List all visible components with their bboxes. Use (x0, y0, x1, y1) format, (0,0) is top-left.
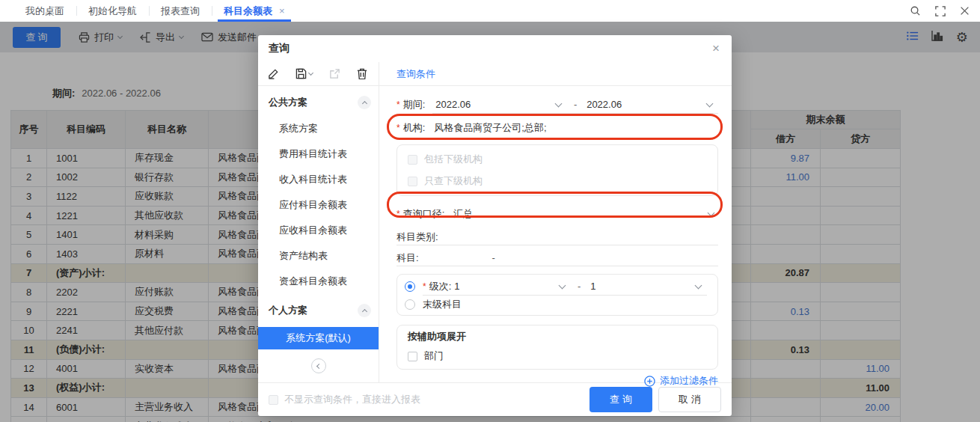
only-suborg-label: 只查下级机构 (424, 174, 483, 188)
dialog-query-button[interactable]: 查询 (589, 387, 652, 412)
scheme-sidebar: 公共方案系统方案费用科目统计表收入科目统计表应付科目余额表应收科目余额表资产结构… (258, 86, 379, 382)
add-filter-link[interactable]: 添加过滤条件 (396, 374, 718, 388)
dialog-header: 查询 × (258, 35, 732, 62)
caliber-row[interactable]: 查询口径: 汇总 (396, 205, 718, 223)
dialog-toolbar: 查询条件 (258, 62, 732, 86)
search-icon[interactable] (910, 5, 921, 16)
save-floppy-icon[interactable] (295, 68, 313, 79)
only-suborg-option: 只查下级机构 (408, 174, 707, 188)
tab-label: 初始化导航 (88, 4, 137, 18)
plus-circle-icon (644, 376, 655, 387)
level-options-box: 级次: 1 - 1 末级科目 (396, 274, 718, 316)
aux-expand-title: 按辅助项展开 (408, 330, 707, 343)
tab-科目余额表[interactable]: 科目余额表× (212, 0, 297, 22)
save-dropdown-chevron-icon (308, 70, 313, 75)
chevron-down-icon (708, 210, 715, 217)
range-dash: - (567, 99, 584, 110)
chevron-left-icon (316, 363, 322, 368)
chevron-up-icon (361, 309, 367, 314)
app-screen: 我的桌面初始化导航报表查询科目余额表× 查询 打印导出发送邮件 ⚙ 期间:202… (0, 0, 980, 422)
scheme-item-系统方案[interactable]: 系统方案 (258, 116, 379, 141)
tab-label: 报表查询 (161, 4, 200, 18)
leaf-label: 末级科目 (423, 298, 462, 311)
account-range-dash: - (419, 252, 569, 263)
query-dialog: 查询 × 查询条件 公共方 (258, 35, 732, 416)
dept-option: 部门 (408, 349, 707, 363)
edit-pencil-icon[interactable] (268, 68, 279, 79)
org-field-label: 机构: (396, 121, 425, 135)
scheme-group-title: 个人方案 (269, 304, 307, 317)
dept-label: 部门 (424, 349, 444, 363)
period-field-label: 期间: (396, 98, 425, 111)
period-from-select[interactable]: 2022.06 (432, 99, 567, 110)
dept-checkbox[interactable] (408, 352, 417, 361)
chevron-down-icon (555, 100, 563, 107)
aux-expand-box: 按辅助项展开 部门 (396, 325, 718, 370)
chevron-up-icon (361, 101, 367, 106)
skip-conditions-label: 不显示查询条件，直接进入报表 (284, 393, 420, 406)
scheme-item-应收科目余额表[interactable]: 应收科目余额表 (258, 218, 379, 243)
account-field-label: 科目: (396, 251, 419, 265)
level-field-label: 级次: (423, 280, 451, 293)
close-window-icon[interactable] (960, 6, 970, 16)
query-conditions-title: 查询条件 (396, 62, 435, 85)
category-field-label: 科目类别: (396, 230, 438, 244)
include-suborg-label: 包括下级机构 (424, 153, 483, 166)
chevron-down-icon (559, 281, 566, 289)
org-field-value: 风格食品商贸子公司;总部; (434, 121, 546, 135)
scheme-item-资金科目余额表[interactable]: 资金科目余额表 (258, 269, 379, 294)
level-option-row: 级次: 1 - 1 (405, 278, 707, 296)
collapse-chevron-up-icon[interactable] (358, 304, 371, 317)
scheme-actions (258, 62, 379, 85)
level-from-select[interactable]: 1 (451, 281, 571, 292)
window-icons (910, 0, 970, 22)
fullscreen-icon[interactable] (935, 6, 946, 16)
dialog-cancel-button[interactable]: 取消 (658, 387, 721, 412)
period-row: 期间: 2022.06 - 2022.06 (396, 97, 718, 113)
include-suborg-option: 包括下级机构 (408, 153, 707, 166)
skip-conditions-checkbox[interactable] (269, 395, 278, 405)
query-form: 期间: 2022.06 - 2022.06 机构: 风格食品商贸子公司;总部; (379, 86, 732, 382)
include-suborg-checkbox (408, 155, 417, 165)
dialog-close-icon[interactable]: × (712, 42, 720, 55)
tab-bar: 我的桌面初始化导航报表查询科目余额表× (0, 0, 980, 22)
level-radio[interactable] (405, 281, 415, 292)
level-to-select[interactable]: 1 (587, 281, 707, 292)
chevron-down-icon (695, 281, 702, 289)
tab-我的桌面[interactable]: 我的桌面 (13, 0, 76, 22)
scheme-group-公共方案[interactable]: 公共方案 (258, 86, 379, 110)
level-range-dash: - (571, 281, 587, 292)
scheme-item-收入科目统计表[interactable]: 收入科目统计表 (258, 167, 379, 192)
tab-label: 科目余额表 (224, 4, 272, 18)
period-to-select[interactable]: 2022.06 (584, 99, 718, 110)
scheme-item-费用科目统计表[interactable]: 费用科目统计表 (258, 141, 379, 167)
scheme-group-title: 公共方案 (269, 96, 307, 109)
collapse-chevron-up-icon[interactable] (358, 96, 371, 109)
caliber-field-label: 查询口径: (396, 207, 444, 221)
tab-close-icon[interactable]: × (279, 5, 285, 16)
scheme-list: 系统方案费用科目统计表收入科目统计表应付科目余额表应收科目余额表资产结构表资金科… (258, 116, 379, 294)
collapse-left-icon[interactable] (311, 358, 326, 373)
chevron-down-icon (706, 100, 714, 107)
tab-label: 我的桌面 (25, 4, 64, 18)
tab-初始化导航[interactable]: 初始化导航 (76, 0, 149, 22)
suborg-options-box: 包括下级机构 只查下级机构 (396, 144, 718, 196)
category-row[interactable]: 科目类别: (396, 229, 718, 245)
scheme-group-个人方案[interactable]: 个人方案 (258, 294, 379, 318)
leaf-radio[interactable] (405, 299, 415, 310)
scheme-item-系统方案(默认)[interactable]: 系统方案(默认) (258, 327, 379, 349)
org-row[interactable]: 机构: 风格食品商贸子公司;总部; (396, 119, 718, 137)
account-row[interactable]: 科目: - (396, 250, 718, 266)
share-icon (329, 68, 340, 79)
scheme-item-应付科目余额表[interactable]: 应付科目余额表 (258, 192, 379, 218)
sidebar-collapse-control[interactable] (258, 355, 379, 376)
scheme-item-资产结构表[interactable]: 资产结构表 (258, 243, 379, 269)
skip-conditions-option: 不显示查询条件，直接进入报表 (269, 393, 420, 406)
scheme-list: 系统方案(默认) (258, 327, 379, 349)
delete-trash-icon[interactable] (357, 68, 367, 79)
only-suborg-checkbox (408, 177, 417, 186)
dialog-title: 查询 (269, 42, 290, 55)
leaf-option-row: 末级科目 (405, 297, 707, 312)
tab-报表查询[interactable]: 报表查询 (149, 0, 212, 22)
caliber-field-value: 汇总 (453, 207, 473, 221)
